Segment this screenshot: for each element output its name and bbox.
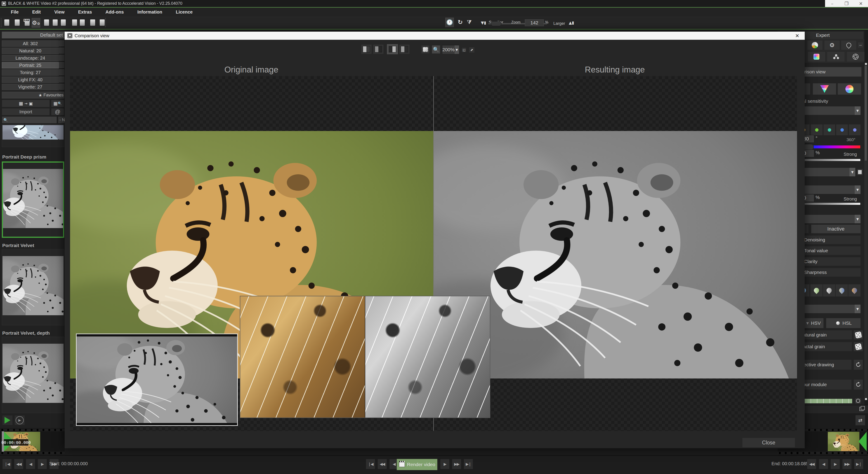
- dialog-title-bar[interactable]: Comparison view ✕: [65, 32, 805, 40]
- node-graph-icon[interactable]: [827, 52, 845, 62]
- category-portrait[interactable]: Portrait: 25: [2, 62, 59, 68]
- hue-dot-button-2[interactable]: [811, 124, 823, 135]
- new-file-icon[interactable]: [3, 18, 11, 27]
- rewind-button[interactable]: ◀◀: [14, 459, 24, 469]
- category-natural[interactable]: Natural: 20: [2, 48, 59, 54]
- colour-sphere-icon[interactable]: [807, 40, 823, 50]
- copy-settings-icon[interactable]: [13, 18, 21, 27]
- loupe-position-button[interactable]: ◱: [462, 47, 467, 53]
- skip-start-button[interactable]: ❘◀: [2, 459, 12, 469]
- export-film-icon[interactable]: [59, 18, 67, 27]
- history-icon[interactable]: 🕐: [445, 18, 454, 27]
- preset-card[interactable]: [2, 337, 64, 413]
- preset-search-input[interactable]: 🔍: [2, 116, 57, 124]
- save-preset-grid-button[interactable]: ▦→▣: [2, 100, 50, 107]
- flip-icon[interactable]: ⧩: [465, 18, 473, 27]
- search-preset-grid-button[interactable]: ▦🔍: [51, 100, 64, 107]
- luma-mode-button[interactable]: LUMA: [837, 83, 861, 95]
- revert-file-icon[interactable]: [70, 18, 79, 27]
- menu-extras[interactable]: Extras: [78, 9, 92, 15]
- processing-gears-icon[interactable]: ⚙⚙: [32, 18, 40, 28]
- hsl-mode-button[interactable]: HSL: [813, 83, 836, 95]
- skip-end-button[interactable]: ▶❘: [464, 459, 473, 469]
- raw-settings-icon[interactable]: RAW: [23, 18, 31, 27]
- hue-dot-button-4[interactable]: [836, 124, 848, 135]
- redo-icon[interactable]: ↻: [456, 18, 464, 27]
- panel-scrollbar[interactable]: [864, 62, 868, 401]
- menu-file[interactable]: File: [11, 9, 19, 15]
- preset-card-selected[interactable]: [2, 162, 64, 238]
- preset-card[interactable]: [2, 249, 64, 326]
- menu-information[interactable]: Information: [137, 9, 162, 15]
- panel-scrollbar-thumb[interactable]: [865, 66, 867, 161]
- droplet-icon[interactable]: [841, 40, 857, 50]
- play-preview-button[interactable]: ▶: [14, 415, 25, 425]
- selective-drawing-reset-button[interactable]: [854, 360, 863, 370]
- split-view-right-button[interactable]: [373, 44, 384, 54]
- split-view-left-button[interactable]: [361, 44, 372, 54]
- skip-start-button[interactable]: ❘◀: [366, 459, 375, 469]
- category-light-fx[interactable]: Light FX: 40: [2, 76, 59, 83]
- step-back-button[interactable]: ◀: [26, 459, 35, 469]
- inspect-document-icon[interactable]: [89, 18, 97, 27]
- preview-thumbnail-overlay[interactable]: [76, 334, 238, 426]
- menu-licence[interactable]: Licence: [176, 9, 193, 15]
- loupe-overlay[interactable]: [240, 296, 490, 418]
- favourites-bar[interactable]: ★ Favourites: [2, 92, 64, 98]
- droplet-orange-blue-filter-button[interactable]: [848, 284, 861, 297]
- side-by-side-alt-button[interactable]: [399, 44, 410, 54]
- colour-cube-icon[interactable]: [807, 52, 826, 62]
- histogram-icon[interactable]: [98, 18, 106, 27]
- scroll-up-button[interactable]: [865, 63, 867, 65]
- progress-action-button[interactable]: [855, 398, 861, 404]
- save-icon[interactable]: [42, 18, 51, 27]
- fractal-grain-dice-button[interactable]: [854, 342, 863, 351]
- menu-add-ons[interactable]: Add-ons: [105, 9, 124, 15]
- droplet-green-filter-button[interactable]: [810, 284, 823, 297]
- fast-forward-button[interactable]: ▶▶: [452, 459, 461, 469]
- zoom-out-film-icon[interactable]: ▼▮: [480, 18, 487, 27]
- menu-view[interactable]: View: [54, 9, 64, 15]
- loupe-detach-button[interactable]: ⬈: [469, 47, 475, 53]
- dialog-close-icon[interactable]: ✕: [794, 33, 801, 39]
- comparison-canvas[interactable]: [70, 76, 797, 431]
- layout-monitor-icon[interactable]: [78, 18, 86, 27]
- play-button[interactable]: ▶: [37, 459, 47, 469]
- hue-dot-button-5[interactable]: [848, 124, 861, 135]
- dialog-zoom-select[interactable]: 200% ▼: [442, 45, 459, 54]
- play-button[interactable]: ▶: [440, 459, 450, 469]
- timeline-strip-left[interactable]: 00:00:00.000: [0, 428, 65, 455]
- category-landscape[interactable]: Landscape: 24: [2, 55, 59, 61]
- droplet-gray-filter-button[interactable]: [823, 284, 835, 297]
- category-toning[interactable]: Toning: 27: [2, 69, 59, 76]
- colour-module-reset-button[interactable]: [854, 379, 863, 390]
- play-button[interactable]: [2, 415, 13, 425]
- fit-view-button[interactable]: [421, 45, 430, 54]
- hsl-toggle[interactable]: HSL: [826, 318, 861, 328]
- category-all[interactable]: All: 302: [2, 40, 59, 47]
- import-button[interactable]: Import: [2, 108, 50, 115]
- hue-dot-button-3[interactable]: [823, 124, 835, 135]
- film-strip-icon[interactable]: [857, 169, 863, 175]
- category-vignette[interactable]: Vignette: 27: [2, 84, 59, 90]
- print-icon[interactable]: [51, 18, 59, 27]
- zoom-slider-handle[interactable]: [491, 21, 501, 26]
- loupe-button[interactable]: 🔍: [432, 45, 440, 54]
- zoom-in-film-icon[interactable]: ▲▮: [567, 18, 576, 27]
- aperture-icon[interactable]: [846, 52, 865, 62]
- inactive-button[interactable]: Inactive: [811, 225, 861, 234]
- import-web-button[interactable]: @: [51, 108, 64, 115]
- preset-card-partial[interactable]: [2, 125, 64, 147]
- collapse-minus-button[interactable]: –: [858, 42, 864, 48]
- swap-compare-button[interactable]: ⇄: [855, 415, 865, 426]
- droplet-yellow-blue-filter-button[interactable]: [835, 284, 848, 297]
- render-video-button[interactable]: Render video: [397, 459, 437, 470]
- dialog-close-button[interactable]: Close: [742, 438, 795, 448]
- scroll-down-button[interactable]: [865, 398, 867, 400]
- engine-gear-icon[interactable]: ⚙: [824, 40, 840, 50]
- zoom-value-field[interactable]: 142: [525, 20, 544, 26]
- menu-edit[interactable]: Edit: [32, 9, 41, 15]
- natural-grain-dice-button[interactable]: [854, 330, 863, 340]
- side-by-side-button[interactable]: [387, 44, 398, 54]
- rewind-button[interactable]: ◀◀: [377, 459, 387, 469]
